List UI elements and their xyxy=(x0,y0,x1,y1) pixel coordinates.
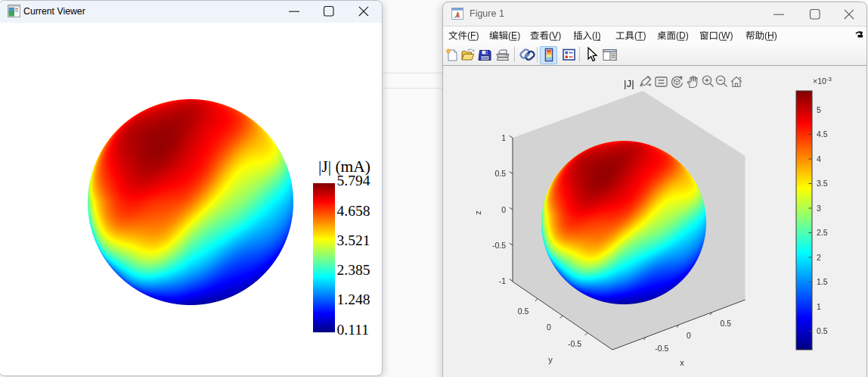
svg-text:(F): (F) xyxy=(467,30,479,41)
svg-text:4.5: 4.5 xyxy=(817,129,828,139)
svg-text:0.5: 0.5 xyxy=(720,319,731,328)
svg-text:0: 0 xyxy=(687,331,691,340)
svg-text:(D): (D) xyxy=(676,30,689,41)
svg-text:0.5: 0.5 xyxy=(518,307,529,316)
svg-text:×10-3: ×10-3 xyxy=(813,76,832,86)
svg-text:1.5: 1.5 xyxy=(817,277,828,286)
svg-text:(E): (E) xyxy=(508,30,520,41)
svg-text:0.5: 0.5 xyxy=(817,326,828,335)
svg-text:3: 3 xyxy=(817,204,821,213)
svg-text:-0.5: -0.5 xyxy=(568,339,581,348)
svg-text:z: z xyxy=(473,210,482,215)
svg-text:0.5: 0.5 xyxy=(494,169,506,178)
svg-text:5: 5 xyxy=(817,105,821,114)
svg-text:(V): (V) xyxy=(549,30,561,41)
svg-text:1: 1 xyxy=(501,133,506,142)
svg-text:|J|: |J| xyxy=(624,78,634,89)
svg-text:(I): (I) xyxy=(592,30,601,41)
svg-text:1: 1 xyxy=(817,302,821,311)
svg-text:4: 4 xyxy=(817,154,821,164)
svg-text:2: 2 xyxy=(817,253,821,262)
svg-text:0: 0 xyxy=(501,205,506,214)
svg-text:(H): (H) xyxy=(764,30,777,41)
svg-text:x: x xyxy=(680,358,684,367)
svg-text:(T): (T) xyxy=(634,30,646,41)
svg-text:0: 0 xyxy=(547,322,551,332)
svg-text:y: y xyxy=(548,355,553,364)
svg-text:-0.5: -0.5 xyxy=(492,241,506,250)
svg-text:-0.5: -0.5 xyxy=(655,344,668,353)
svg-text:-1: -1 xyxy=(499,276,506,285)
svg-text:2.5: 2.5 xyxy=(817,228,828,237)
svg-text:(W): (W) xyxy=(718,30,733,41)
svg-text:3.5: 3.5 xyxy=(817,179,828,188)
